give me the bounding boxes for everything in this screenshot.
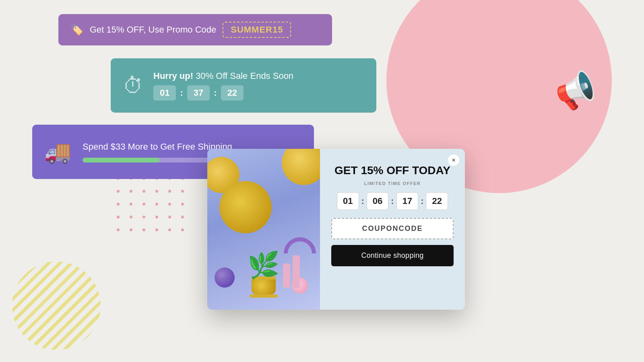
promo-text-1: Get 15% OFF, Use Promo Code [90,25,216,35]
pink-block-1 [283,263,290,288]
promo-banner-tag: 🏷️ Get 15% OFF, Use Promo Code SUMMER15 [58,14,332,45]
bg-yellow-stripe [12,261,101,350]
countdown-sep-1: : [180,88,183,98]
banner2-countdown: 01 : 37 : 22 [153,85,293,101]
gold-circle-1 [282,149,320,185]
popup-sep-2: : [391,196,394,206]
popup-seconds-2: 22 [426,192,448,210]
countdown-sep-2: : [214,88,217,98]
close-button[interactable]: × [448,154,459,166]
popup-subtitle: LIMITED TIME OFFER [331,181,454,186]
countdown-seconds: 22 [221,85,244,101]
promo-banner-countdown: ⏱ Hurry up! 30% Off Sale Ends Soon 01 : … [111,58,376,113]
popup-sep-3: : [421,196,423,206]
popup-modal: 🌿 × GET 15% OFF TODAY LIMITED TIME OFFER… [207,149,465,310]
gold-circle-3 [219,181,272,233]
sale-text: 30% Off Sale Ends Soon [196,71,293,81]
popup-hours: 01 [337,192,359,210]
popup-content-panel: × GET 15% OFF TODAY LIMITED TIME OFFER 0… [320,149,465,310]
pink-blocks [283,255,300,288]
popup-minutes: 06 [367,192,388,210]
banner2-content: Hurry up! 30% Off Sale Ends Soon 01 : 37… [153,71,293,101]
coupon-code-display: COUPONCODE [331,218,454,239]
countdown-minutes: 37 [187,85,210,101]
bg-dot-grid [117,177,188,236]
banner2-text: Hurry up! 30% Off Sale Ends Soon [153,71,293,81]
plant-container: 🌿 [248,250,280,298]
plant-base [250,294,278,298]
tag-icon: 🏷️ [70,24,83,36]
purple-sphere [215,267,235,288]
popup-title: GET 15% OFF TODAY [331,164,454,177]
pink-block-2 [293,255,300,288]
popup-countdown: 01 : 06 : 17 : 22 [331,192,454,210]
progress-bar-fill [83,158,159,162]
hurry-text: Hurry up! [153,71,193,81]
promo-code: SUMMER15 [223,22,291,38]
popup-seconds-1: 17 [396,192,418,210]
popup-image-panel: 🌿 [207,149,320,310]
truck-icon: 🚚 [44,139,71,165]
plant-leaves: 🌿 [248,250,280,280]
clock-icon: ⏱ [123,74,144,98]
countdown-hours: 01 [153,85,176,101]
continue-shopping-button[interactable]: Continue shopping [331,245,454,266]
popup-sep-1: : [361,196,364,206]
